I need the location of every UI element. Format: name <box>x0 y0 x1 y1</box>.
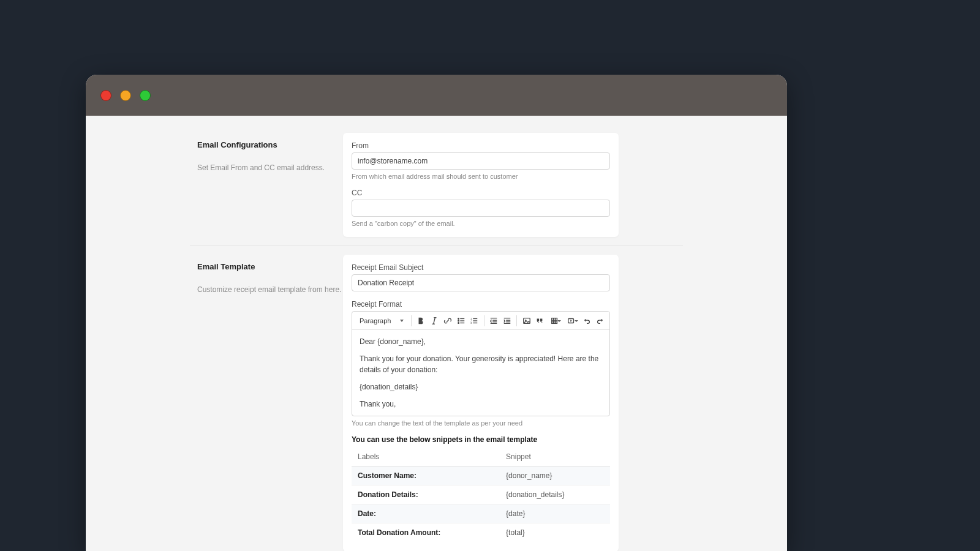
snippet-value: {date} <box>500 504 610 523</box>
snippet-label: Donation Details: <box>352 485 500 504</box>
image-icon[interactable] <box>521 314 532 328</box>
window-minimize-button[interactable] <box>120 90 131 101</box>
paragraph-style-select[interactable]: Paragraph <box>356 314 407 328</box>
italic-icon[interactable] <box>429 314 440 328</box>
snippets-table: Labels Snippet Customer Name: {donor_nam… <box>352 448 610 542</box>
rte-toolbar: Paragraph <box>352 312 609 330</box>
page-content: Email Configurations Set Email From and … <box>86 116 787 551</box>
rte-line: Thank you, <box>360 399 602 410</box>
snippet-label: Date: <box>352 504 500 523</box>
email-template-title: Email Template <box>197 262 343 271</box>
svg-point-3 <box>458 318 459 319</box>
blockquote-icon[interactable] <box>534 314 546 328</box>
from-field-block: From From which email address mail shoul… <box>352 141 610 180</box>
svg-text:3: 3 <box>471 321 472 324</box>
outdent-icon[interactable] <box>488 314 500 328</box>
table-row: Date: {date} <box>352 504 610 523</box>
bullet-list-icon[interactable] <box>455 314 467 328</box>
toolbar-separator <box>516 315 517 326</box>
format-label: Receipt Format <box>352 300 610 309</box>
subject-label: Receipt Email Subject <box>352 263 610 272</box>
snippet-column-header: Snippet <box>500 448 610 467</box>
table-row: Total Donation Amount: {total} <box>352 523 610 542</box>
table-row: Customer Name: {donor_name} <box>352 467 610 485</box>
redo-icon[interactable] <box>594 314 606 328</box>
cc-label: CC <box>352 189 610 197</box>
from-label: From <box>352 141 610 150</box>
video-icon[interactable] <box>564 314 579 328</box>
section-divider <box>190 246 683 246</box>
cc-input[interactable] <box>352 200 610 217</box>
window-maximize-button[interactable] <box>140 90 151 101</box>
app-window: Email Configurations Set Email From and … <box>86 75 787 551</box>
email-template-header: Email Template Customize receipt email t… <box>197 255 343 551</box>
snippet-value: {total} <box>500 523 610 542</box>
window-titlebar <box>86 75 787 116</box>
table-row: Donation Details: {donation_details} <box>352 485 610 504</box>
table-icon[interactable] <box>548 314 562 328</box>
cc-field-block: CC Send a "carbon copy" of the email. <box>352 189 610 227</box>
from-input[interactable] <box>352 152 610 170</box>
rte-content[interactable]: Dear {donor_name}, Thank you for your do… <box>352 330 609 416</box>
table-header-row: Labels Snippet <box>352 448 610 467</box>
cc-help: Send a "carbon copy" of the email. <box>352 220 610 227</box>
window-close-button[interactable] <box>100 90 111 101</box>
subject-input[interactable] <box>352 274 610 291</box>
rte-line: Thank you for your donation. Your genero… <box>360 353 602 375</box>
subject-field-block: Receipt Email Subject <box>352 263 610 291</box>
rte-line: Dear {donor_name}, <box>360 336 602 347</box>
rich-text-editor: Paragraph <box>352 311 610 416</box>
snippet-label: Total Donation Amount: <box>352 523 500 542</box>
paragraph-style-label: Paragraph <box>360 317 391 324</box>
svg-marker-31 <box>571 320 573 322</box>
svg-rect-25 <box>552 318 557 323</box>
snippet-label: Customer Name: <box>352 467 500 485</box>
snippets-heading: You can use the below snippets in the em… <box>352 435 610 444</box>
email-config-description: Set Email From and CC email address. <box>197 163 343 173</box>
labels-column-header: Labels <box>352 448 500 467</box>
email-config-header: Email Configurations Set Email From and … <box>197 133 343 237</box>
email-template-section: Email Template Customize receipt email t… <box>86 255 787 551</box>
undo-icon[interactable] <box>581 314 593 328</box>
bold-icon[interactable] <box>415 314 427 328</box>
svg-point-4 <box>458 320 459 321</box>
email-config-card: From From which email address mail shoul… <box>343 133 619 237</box>
rte-line: {donation_details} <box>360 381 602 392</box>
format-field-block: Receipt Format Paragraph <box>352 300 610 542</box>
svg-line-2 <box>434 317 435 324</box>
toolbar-separator <box>484 315 484 326</box>
format-help: You can change the text of the template … <box>352 419 610 427</box>
link-icon[interactable] <box>442 314 454 328</box>
snippet-value: {donor_name} <box>500 467 610 485</box>
numbered-list-icon[interactable]: 123 <box>469 314 480 328</box>
indent-icon[interactable] <box>502 314 513 328</box>
email-config-title: Email Configurations <box>197 140 343 149</box>
svg-point-5 <box>458 322 459 323</box>
from-help: From which email address mail should sen… <box>352 173 610 180</box>
toolbar-separator <box>411 315 412 326</box>
email-config-section: Email Configurations Set Email From and … <box>86 133 787 237</box>
email-template-description: Customize receipt email template from he… <box>197 285 343 295</box>
snippet-value: {donation_details} <box>500 485 610 504</box>
email-template-card: Receipt Email Subject Receipt Format Par… <box>343 255 619 551</box>
